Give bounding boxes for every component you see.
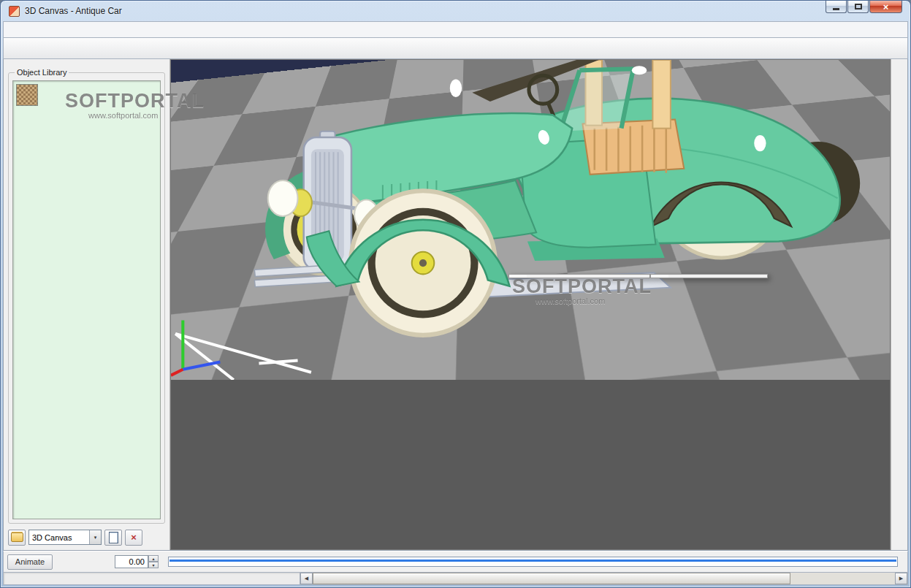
app-window: 3D Canvas - Antique Car × Object Library…	[0, 0, 911, 588]
window-controls: ×	[825, 1, 902, 13]
ground-edge-lines	[175, 334, 311, 380]
library-selector[interactable]: 3D Canvas ▾	[28, 530, 102, 545]
timeline-progress	[169, 560, 896, 562]
viewport-column	[170, 59, 891, 550]
library-new-button[interactable]	[104, 530, 122, 546]
close-icon: ×	[883, 1, 889, 12]
scroll-left-arrow[interactable]: ◀	[300, 573, 313, 584]
maximize-icon	[855, 4, 862, 9]
horizontal-scrollbar[interactable]: ◀ ▶	[300, 573, 907, 584]
dropdown-arrow-icon[interactable]: ▾	[89, 530, 101, 544]
main-toolbar	[3, 37, 908, 59]
left-panel: Object Library 3D Canvas ▾ ×	[4, 59, 170, 550]
texture-library-item[interactable]	[16, 84, 38, 106]
right-toolbar	[891, 59, 907, 550]
frame-down-button[interactable]: ▾	[148, 562, 159, 568]
animation-toolbar: Animate 0.00 ▴ ▾	[3, 551, 908, 573]
bottom-scroll-strip: ◀ ▶	[3, 573, 908, 585]
main-content: Object Library 3D Canvas ▾ ×	[3, 59, 908, 551]
scrollbar-track[interactable]	[313, 573, 895, 584]
scrollbar-thumb[interactable]	[313, 573, 790, 584]
library-selector-row: 3D Canvas ▾ ×	[8, 529, 165, 546]
antique-car-model[interactable]	[171, 60, 890, 380]
frame-spinner: 0.00 ▴ ▾	[115, 555, 159, 568]
close-button[interactable]: ×	[869, 1, 902, 13]
animate-button[interactable]: Animate	[7, 554, 53, 570]
library-selector-value: 3D Canvas	[32, 533, 89, 542]
minimize-icon	[833, 8, 839, 10]
menu-bar	[3, 21, 908, 37]
library-open-button[interactable]	[8, 530, 26, 546]
title-bar[interactable]: 3D Canvas - Antique Car ×	[3, 1, 908, 21]
maximize-button[interactable]	[847, 1, 869, 13]
status-pane	[4, 573, 300, 584]
ortho-viewport-row	[171, 381, 890, 549]
window-title: 3D Canvas - Antique Car	[25, 6, 122, 16]
context-submenu	[650, 274, 768, 278]
front-wheel	[351, 191, 495, 335]
scroll-right-arrow[interactable]: ▶	[895, 573, 907, 584]
object-library-label: Object Library	[15, 68, 69, 77]
context-menu	[508, 274, 650, 278]
frame-value[interactable]: 0.00	[115, 555, 148, 568]
minimize-button[interactable]	[826, 1, 847, 13]
object-library-group: Object Library	[8, 72, 165, 524]
main-3d-viewport[interactable]	[171, 60, 890, 380]
frame-up-button[interactable]: ▴	[148, 555, 159, 562]
app-icon	[9, 6, 20, 17]
library-delete-button[interactable]: ×	[125, 530, 142, 546]
roof-pillar	[652, 60, 670, 129]
timeline-slider[interactable]	[168, 557, 898, 567]
object-library-area[interactable]	[12, 80, 161, 519]
